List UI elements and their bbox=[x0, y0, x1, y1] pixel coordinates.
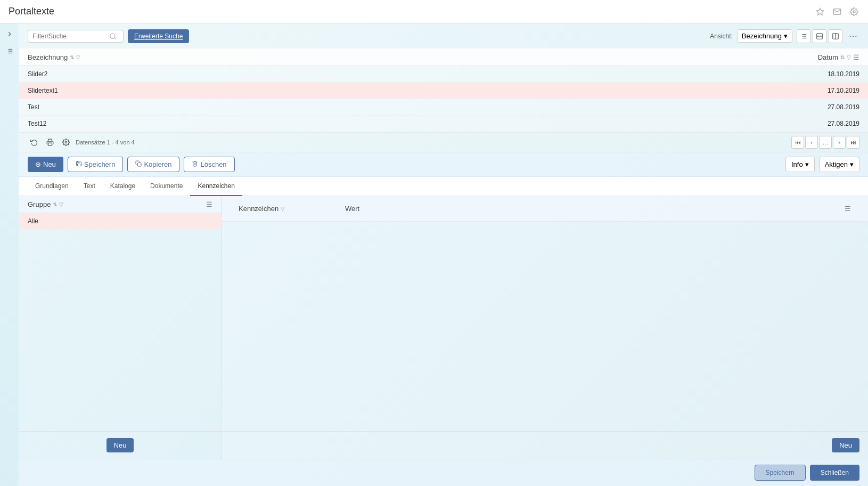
aktigen-dropdown[interactable]: Aktigen ▾ bbox=[819, 157, 859, 172]
app-header: Portaltexte bbox=[0, 0, 868, 23]
first-page-button[interactable]: ⏮ bbox=[791, 136, 804, 149]
svg-point-9 bbox=[110, 33, 115, 38]
group-header-label: Gruppe ⇅ ▽ bbox=[28, 200, 63, 208]
group-item[interactable]: Alle bbox=[19, 213, 221, 230]
top-toolbar: Erweiterte Suche Ansicht: Bezeichnung ▾ bbox=[19, 23, 868, 49]
filter-icon-datum: ▽ bbox=[847, 54, 851, 60]
kenn-list bbox=[222, 222, 868, 431]
view-dropdown-value: Bezeichnung bbox=[742, 32, 782, 40]
app-title: Portaltexte bbox=[9, 6, 54, 17]
tab-grundlagen[interactable]: Grundlagen bbox=[28, 177, 76, 196]
group-list: Alle bbox=[19, 213, 221, 431]
view-dropdown[interactable]: Bezeichnung ▾ bbox=[737, 29, 792, 43]
aktigen-dropdown-arrow: ▾ bbox=[850, 160, 854, 168]
next-page-button[interactable]: › bbox=[833, 136, 846, 149]
kenn-menu-icon[interactable]: ☰ bbox=[836, 200, 859, 217]
cell-datum: 27.08.2019 bbox=[772, 116, 868, 132]
kopieren-button[interactable]: Kopieren bbox=[127, 157, 179, 172]
kenn-panel-footer: Neu bbox=[222, 431, 868, 459]
pagination-icons-right: ⏮ ‹ … › ⏭ bbox=[791, 136, 859, 149]
speichern-button-label: Speichern bbox=[84, 160, 116, 168]
kennzeichen-header: Kennzeichen ▽ Wert ☰ bbox=[222, 196, 868, 222]
kenn-neu-button[interactable]: Neu bbox=[832, 438, 859, 452]
table-row[interactable]: Slidertext1 17.10.2019 bbox=[19, 83, 868, 99]
loeschen-button[interactable]: Löschen bbox=[184, 157, 234, 172]
table-row[interactable]: Test12 27.08.2019 bbox=[19, 116, 868, 132]
svg-point-22 bbox=[65, 141, 67, 143]
neu-button-label: Neu bbox=[43, 160, 56, 168]
star-icon[interactable] bbox=[815, 6, 825, 17]
content-area: Erweiterte Suche Ansicht: Bezeichnung ▾ bbox=[19, 23, 868, 486]
sort-icon-datum: ⇅ bbox=[840, 54, 845, 60]
search-input[interactable] bbox=[32, 33, 107, 40]
gruppe-sort-icon: ⇅ bbox=[53, 201, 57, 207]
settings-icon[interactable] bbox=[849, 6, 859, 17]
nav-list-icon[interactable] bbox=[3, 45, 16, 58]
tab-text[interactable]: Text bbox=[76, 177, 103, 196]
more-pages-button[interactable]: … bbox=[819, 136, 832, 149]
data-table: Bezeichnung ⇅ ▽ Datum ⇅ ▽ ☰ bbox=[19, 49, 868, 132]
tab-kataloge[interactable]: Kataloge bbox=[103, 177, 143, 196]
detail-panel: Gruppe ⇅ ▽ ☰ Alle Neu bbox=[19, 196, 868, 459]
search-icon bbox=[109, 33, 117, 40]
prev-page-button[interactable]: ‹ bbox=[805, 136, 818, 149]
svg-rect-23 bbox=[138, 163, 142, 167]
loeschen-button-label: Löschen bbox=[200, 160, 226, 168]
footer-speichern-button[interactable]: Speichern bbox=[755, 465, 806, 481]
table-menu-icon[interactable]: ☰ bbox=[853, 53, 859, 61]
advanced-search-button[interactable]: Erweiterte Suche bbox=[128, 29, 189, 43]
table-row[interactable]: Test 27.08.2019 bbox=[19, 99, 868, 116]
split-view-icon[interactable] bbox=[813, 29, 826, 43]
group-neu-button[interactable]: Neu bbox=[107, 438, 134, 452]
cell-bezeichnung: Test bbox=[19, 99, 772, 116]
tab-dokumente[interactable]: Dokumente bbox=[143, 177, 190, 196]
info-dropdown-label: Info bbox=[791, 160, 803, 168]
gruppe-filter-icon: ▽ bbox=[59, 201, 63, 207]
plus-icon: ⊕ bbox=[35, 160, 41, 168]
kenn-columns: Kennzeichen ▽ Wert ☰ bbox=[230, 200, 859, 217]
bottom-footer: Speichern Schließen bbox=[19, 459, 868, 486]
cell-bezeichnung: Slidertext1 bbox=[19, 83, 772, 99]
action-buttons-left: ⊕ Neu Speichern Kopieren bbox=[28, 157, 235, 172]
kennzeichen-filter-icon: ▽ bbox=[281, 206, 285, 212]
info-dropdown-arrow: ▾ bbox=[805, 160, 809, 168]
bezeichnung-col-label: Bezeichnung bbox=[28, 53, 68, 61]
view-dropdown-arrow: ▾ bbox=[784, 32, 788, 40]
more-options-icon[interactable]: ⋯ bbox=[847, 29, 859, 43]
list-view-icon[interactable] bbox=[797, 29, 810, 43]
sort-icon-bezeichnung: ⇅ bbox=[70, 54, 74, 60]
data-table-area: Bezeichnung ⇅ ▽ Datum ⇅ ▽ ☰ bbox=[19, 49, 868, 132]
svg-point-2 bbox=[853, 11, 855, 13]
group-panel-footer: Neu bbox=[19, 431, 221, 459]
cell-datum: 17.10.2019 bbox=[772, 83, 868, 99]
footer-schliessen-button[interactable]: Schließen bbox=[810, 465, 859, 481]
tab-kennzeichen[interactable]: Kennzeichen bbox=[190, 177, 242, 196]
cell-bezeichnung: Test12 bbox=[19, 116, 772, 132]
speichern-button[interactable]: Speichern bbox=[68, 157, 124, 172]
gruppe-label: Gruppe bbox=[28, 200, 51, 208]
cell-datum: 27.08.2019 bbox=[772, 99, 868, 116]
cell-datum: 18.10.2019 bbox=[772, 66, 868, 83]
filter-icon-bezeichnung: ▽ bbox=[76, 54, 80, 60]
search-box bbox=[28, 30, 124, 43]
col-header-datum[interactable]: Datum ⇅ ▽ ☰ bbox=[772, 49, 868, 66]
refresh-icon[interactable] bbox=[28, 136, 40, 149]
pagination-bar: Datensätze 1 - 4 von 4 ⏮ ‹ … › ⏭ bbox=[19, 132, 868, 152]
kennzeichen-panel: Kennzeichen ▽ Wert ☰ Neu bbox=[222, 196, 868, 459]
info-dropdown[interactable]: Info ▾ bbox=[785, 157, 815, 172]
neu-button[interactable]: ⊕ Neu bbox=[28, 157, 63, 172]
table-row[interactable]: Slider2 18.10.2019 bbox=[19, 66, 868, 83]
column-view-icon[interactable] bbox=[829, 29, 842, 43]
mail-icon[interactable] bbox=[832, 6, 842, 17]
print-icon[interactable] bbox=[44, 136, 56, 149]
last-page-button[interactable]: ⏭ bbox=[847, 136, 859, 149]
config-icon[interactable] bbox=[60, 136, 72, 149]
kopieren-button-label: Kopieren bbox=[144, 160, 171, 168]
view-icons bbox=[797, 29, 842, 43]
svg-line-10 bbox=[114, 37, 116, 39]
nav-arrow-icon[interactable] bbox=[3, 28, 16, 40]
group-menu-icon[interactable]: ☰ bbox=[206, 200, 212, 208]
delete-icon bbox=[192, 160, 198, 168]
action-toolbar: ⊕ Neu Speichern Kopieren bbox=[19, 152, 868, 177]
col-header-bezeichnung[interactable]: Bezeichnung ⇅ ▽ bbox=[19, 49, 772, 66]
